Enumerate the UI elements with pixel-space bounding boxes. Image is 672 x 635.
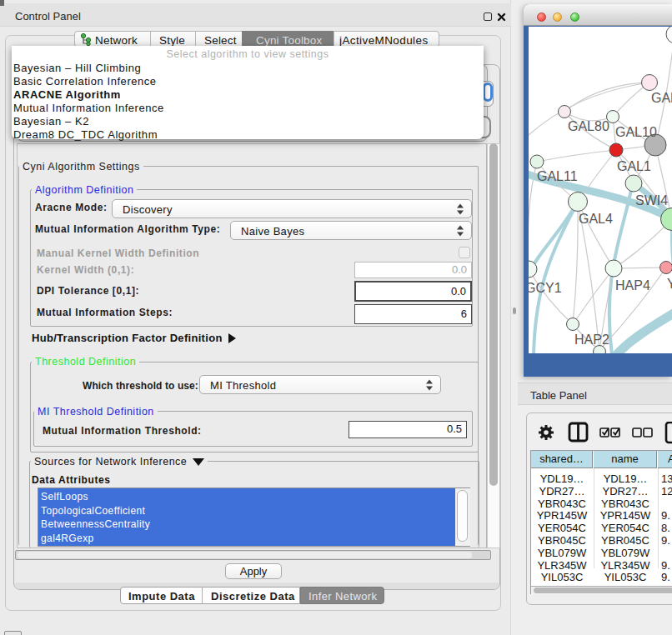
svg-text:HAP2: HAP2 <box>574 332 609 347</box>
svg-text:GAL1: GAL1 <box>617 159 651 173</box>
svg-text:GAL4: GAL4 <box>579 212 613 226</box>
svg-text:GAL11: GAL11 <box>537 169 578 183</box>
svg-text:GCY1: GCY1 <box>529 281 562 295</box>
svg-text:GAL10: GAL10 <box>615 125 657 139</box>
svg-text:Y: Y <box>667 277 672 291</box>
svg-text:GAL: GAL <box>651 91 672 105</box>
svg-text:HAP4: HAP4 <box>615 278 650 292</box>
svg-text:SWI4: SWI4 <box>635 193 668 208</box>
svg-text:GAL80: GAL80 <box>568 119 609 133</box>
